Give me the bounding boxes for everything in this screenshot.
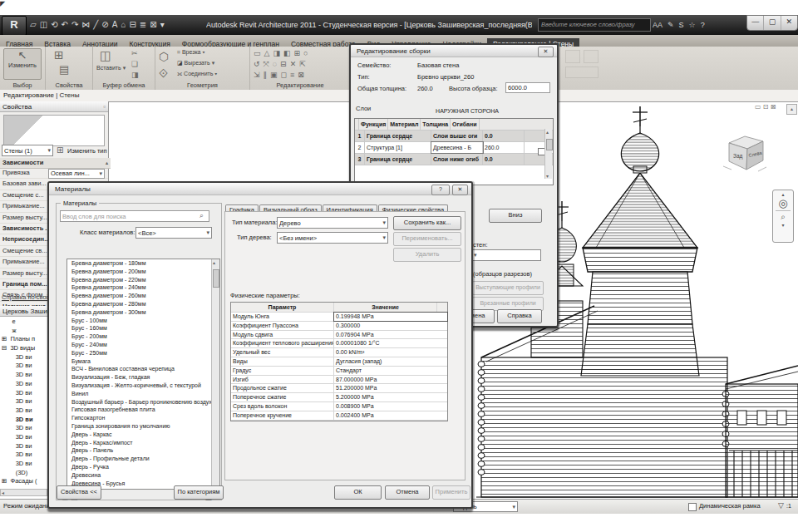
- param-row[interactable]: Срез вдоль волокон0.008900 MPa: [231, 402, 447, 411]
- edit-type-button[interactable]: Изменить тип: [67, 147, 107, 155]
- material-item[interactable]: Визуализация - Беж, гладкая: [67, 373, 219, 382]
- type-selector[interactable]: Стены (1): [2, 145, 53, 156]
- view-close-icon[interactable]: ⊠: [771, 103, 776, 111]
- material-item[interactable]: Бревна диаметром - 220мм: [67, 276, 219, 284]
- param-row[interactable]: ГрадусСтандарт: [231, 367, 447, 376]
- modify-button[interactable]: ↖ Изменить: [3, 48, 42, 80]
- material-item[interactable]: ВСЧ - Виниловая составная черепица: [67, 365, 219, 373]
- param-row[interactable]: ВидыДугласия (запад): [231, 357, 447, 367]
- wood-type-combo[interactable]: <Без имени>: [277, 232, 388, 244]
- edit-icons-row1[interactable]: ▭△◨◧⊞○: [254, 49, 311, 57]
- match-icon[interactable]: ◨: [131, 71, 139, 79]
- minimize-icon[interactable]: —: [747, 16, 764, 30]
- material-item[interactable]: Бревна диаметром - 200мм: [67, 268, 219, 276]
- infocenter-icon[interactable]: ?: [701, 15, 705, 35]
- apply-button[interactable]: Применить: [432, 485, 470, 500]
- material-class-combo[interactable]: <Все>: [135, 227, 212, 239]
- material-item[interactable]: Граница зонирования по умолчанию: [67, 422, 219, 431]
- rename-button[interactable]: Переименовать...: [393, 232, 461, 246]
- material-item[interactable]: Визуализация - Желто-коричневый, с текст…: [67, 382, 219, 390]
- help-search-input[interactable]: Введите ключевое слово/фразу: [538, 18, 651, 32]
- qat-icon[interactable]: ⌂: [121, 15, 126, 35]
- palette-menu-icon[interactable]: ▫: [103, 101, 106, 112]
- layer-row[interactable]: 3Граница сердце Слои ниже огиб0.0: [355, 154, 553, 165]
- material-item[interactable]: Винил: [67, 390, 219, 398]
- properties-icon[interactable]: ⊞: [54, 48, 64, 62]
- steering-wheel-icon[interactable]: ◎: [773, 197, 793, 209]
- materials-close-icon[interactable]: ✕: [452, 185, 468, 195]
- dynamic-frame-checkbox[interactable]: [688, 503, 697, 511]
- material-item[interactable]: Брус - 240мм: [67, 341, 219, 349]
- save-as-button[interactable]: Сохранить как...: [393, 216, 461, 230]
- material-item[interactable]: Бревна диаметром - 300мм: [67, 308, 219, 317]
- material-item[interactable]: Гипсокартон: [67, 414, 219, 422]
- qat-icon[interactable]: A: [112, 15, 118, 35]
- sample-height-input[interactable]: 6000.0: [505, 82, 550, 93]
- wrap-combo[interactable]: [471, 249, 541, 261]
- material-item[interactable]: Бревна диаметром - 280мм: [67, 300, 219, 308]
- collapse-icon[interactable]: ▴: [106, 158, 108, 168]
- edit-type-icon[interactable]: ⊞: [57, 145, 63, 155]
- edit-icons-row2[interactable]: ↺⤧◌⊟✕⇱: [254, 60, 309, 69]
- filter-icon[interactable]: ▽: [778, 501, 784, 510]
- param-row[interactable]: Поперечное кручение0.002400 MPa: [231, 411, 447, 421]
- material-item[interactable]: Бумага: [67, 357, 219, 366]
- material-item[interactable]: Древесина: [67, 471, 219, 480]
- material-item[interactable]: Бревна диаметром - 180мм: [67, 259, 219, 268]
- viewcube[interactable]: Зад Слева: [722, 133, 768, 175]
- material-item[interactable]: Дверь - Панель: [67, 446, 219, 455]
- type-properties-icon[interactable]: ▤: [59, 63, 69, 76]
- material-item[interactable]: Бревна диаметром - 240мм: [67, 283, 219, 292]
- param-row[interactable]: Коэффициент теплового расширения0.000010…: [231, 339, 447, 348]
- qat-icon[interactable]: ◫: [40, 15, 47, 35]
- qat-icon[interactable]: ▱: [30, 15, 37, 35]
- layer-row[interactable]: 2Структура [1] Древесина - Б260.0: [355, 142, 553, 154]
- materials-help-icon[interactable]: ?: [431, 185, 450, 195]
- by-category-button[interactable]: По категориям: [174, 485, 224, 500]
- qat-icon[interactable]: ↷: [71, 15, 78, 35]
- maximize-icon[interactable]: ▢: [764, 16, 781, 30]
- param-row[interactable]: Модуль Юнга0.199948 MPa: [231, 313, 447, 322]
- zoom-icon[interactable]: ⌕: [773, 212, 793, 222]
- material-item[interactable]: Брус - 100мм: [67, 317, 219, 325]
- cut-icon[interactable]: ✂: [131, 49, 138, 57]
- search-icon[interactable]: ⌕: [200, 211, 204, 220]
- material-type-combo[interactable]: Дерево: [277, 217, 388, 229]
- material-item[interactable]: Брус - 250мм: [67, 349, 219, 357]
- param-row[interactable]: Модуль сдвига0.076904 MPa: [231, 331, 447, 340]
- param-row[interactable]: Удельный вес0.00 kN/m³: [231, 348, 447, 357]
- infocenter-icon[interactable]: ✎: [667, 15, 674, 35]
- close-icon[interactable]: ✕: [781, 16, 797, 30]
- nav-up-icon[interactable]: ▴: [773, 191, 793, 197]
- materials-search-input[interactable]: Ввод слов для поиска: [60, 210, 209, 222]
- ok-button[interactable]: ОК: [334, 485, 382, 500]
- infocenter-icon[interactable]: ☆: [689, 15, 696, 35]
- param-row[interactable]: Коэффициент Пуассона0.300000: [231, 322, 447, 331]
- copy-icon[interactable]: ❏: [131, 60, 138, 68]
- delete-button[interactable]: Удалить: [393, 248, 461, 262]
- material-item[interactable]: Брус - 160мм: [67, 324, 219, 332]
- material-item[interactable]: Дверь - Каркас: [67, 431, 219, 439]
- browser-hscrollbar[interactable]: ◂: [0, 489, 47, 496]
- layers-vscrollbar[interactable]: [544, 129, 552, 179]
- qat-icon[interactable]: ↶: [62, 15, 68, 35]
- infocenter-icon[interactable]: АА: [653, 15, 663, 35]
- param-row[interactable]: Изгиб87.000000 MPa: [231, 376, 447, 385]
- nav-down-icon[interactable]: ▾: [773, 222, 793, 228]
- properties-toggle-button[interactable]: Свойства <<: [57, 485, 101, 500]
- down-button[interactable]: Вниз: [489, 209, 542, 223]
- qat-icon[interactable]: ⟲: [51, 15, 57, 35]
- qat-icon[interactable]: ≣: [140, 15, 146, 35]
- layer-row[interactable]: 1Граница сердце Слои выше оги0.0: [355, 131, 553, 142]
- paint-icon[interactable]: ⟐: [159, 66, 168, 81]
- qat-icon[interactable]: ⊟: [129, 15, 135, 35]
- material-item[interactable]: Бревна диаметром - 260мм: [67, 292, 219, 300]
- edit-icons-row3[interactable]: ⇲∥▣◻≡⊠: [254, 71, 308, 79]
- cope-button[interactable]: ⌗ Врезка: [177, 49, 204, 56]
- cancel-button[interactable]: Отмена: [385, 485, 430, 500]
- infocenter-icon[interactable]: S: [679, 15, 684, 35]
- material-item[interactable]: Дверь - Профильные детали: [67, 455, 219, 463]
- paste-icon[interactable]: ◫: [100, 48, 111, 63]
- param-row[interactable]: Продольное сжатие51.200000 MPa: [231, 384, 447, 393]
- material-item[interactable]: Гипсовая пазогребневая плита: [67, 406, 219, 414]
